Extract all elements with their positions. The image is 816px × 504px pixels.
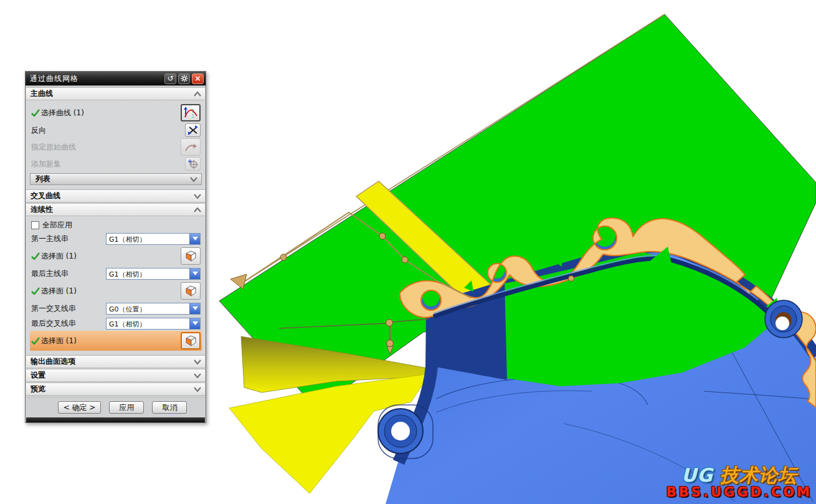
chevron-down-icon [192,358,202,366]
last-cross-label: 最后交叉线串 [31,318,106,329]
section-label: 主曲线 [31,88,192,99]
gear-icon[interactable] [178,74,190,84]
select-curve-button[interactable] [181,104,201,121]
section-header-main-curve[interactable]: 主曲线 [26,87,205,100]
add-new-set-button[interactable] [185,157,201,171]
main-curve-group: 选择曲线 (1) 反向 [26,100,205,189]
dialog-button-row: < 确定 > 应用 取消 [26,397,205,417]
select-face-3-row[interactable]: 选择面 (1) [30,331,202,351]
section-label: 预览 [31,384,192,394]
through-curve-mesh-dialog: 通过曲线网格 ↺ × 主曲线 选择曲线 (1) [25,71,206,423]
chevron-up-icon [192,206,202,214]
drag-ball [387,340,394,347]
dropdown-value: G1（相切） [107,269,189,279]
check-icon [31,109,41,116]
section-header-preview[interactable]: 预览 [26,383,205,396]
chevron-down-icon [192,372,202,379]
chevron-up-icon [192,90,202,98]
boss-right[interactable] [765,300,802,338]
section-header-output-options[interactable]: 输出曲面选项 [26,355,205,368]
section-header-cross-curve[interactable]: 交叉曲线 [26,189,205,202]
select-face-2-label: 选择面 (1) [41,286,181,297]
first-primary-label: 第一主线串 [31,234,106,244]
drag-ball [386,320,393,326]
chevron-down-icon [189,176,199,183]
specify-origin-curve-label: 指定原始曲线 [31,142,181,153]
select-curve-label: 选择曲线 (1) [41,108,181,118]
check-icon [31,252,41,260]
face-cube-icon [184,249,197,263]
list-expander[interactable]: 列表 [30,173,202,185]
select-face-3-button[interactable] [181,332,201,349]
select-face-1-button[interactable] [181,247,201,265]
origin-curve-icon [184,142,197,152]
section-label: 交叉曲线 [31,191,192,201]
last-primary-continuity-select[interactable]: G1（相切） [106,268,201,280]
close-icon[interactable]: × [192,74,204,84]
ok-button[interactable]: < 确定 > [58,401,102,414]
select-face-2-button[interactable] [181,282,201,300]
specify-origin-curve-button[interactable] [181,138,201,156]
apply-all-label: 全部应用 [42,220,201,231]
first-cross-label: 第一交叉线串 [31,303,106,314]
check-icon [31,287,41,295]
section-header-settings[interactable]: 设置 [26,369,205,382]
section-label: 设置 [31,370,192,381]
dropdown-value: G0（位置） [107,303,189,314]
dropdown-value: G1（相切） [107,234,189,244]
last-primary-label: 最后主线串 [31,269,106,279]
face-cube-icon [184,284,197,298]
dialog-resize-strip[interactable] [26,417,205,422]
select-face-3-label: 选择面 (1) [41,336,181,346]
chevron-down-icon [192,386,202,393]
add-new-set-label: 添加新集 [31,159,185,169]
reset-icon[interactable]: ↺ [164,74,176,84]
section-label: 连续性 [31,204,192,215]
last-cross-continuity-select[interactable]: G1（相切） [106,318,201,330]
dropdown-arrow-icon [189,318,200,329]
apply-all-checkbox[interactable] [31,221,39,229]
section-label: 输出曲面选项 [31,356,192,367]
curve-point [379,233,386,239]
chevron-down-icon [192,193,202,200]
apply-button[interactable]: 应用 [109,401,144,414]
curve-select-icon [183,107,198,119]
dropdown-arrow-icon [189,234,200,244]
check-icon [31,337,41,345]
reverse-icon [188,125,198,135]
curve-point [402,257,408,263]
dropdown-arrow-icon [189,269,200,279]
application-window: UG 技术论坛 BBS.UGGD.COM 通过曲线网格 ↺ × 主曲线 [0,0,816,504]
reverse-direction-button[interactable] [185,123,201,137]
first-cross-continuity-select[interactable]: G0（位置） [106,303,201,315]
reverse-label: 反向 [31,125,185,136]
cancel-button[interactable]: 取消 [152,401,187,414]
select-face-1-label: 选择面 (1) [41,251,181,262]
section-header-continuity[interactable]: 连续性 [26,203,205,216]
curve-point [569,276,574,282]
dropdown-value: G1（相切） [107,318,189,329]
curve-point [280,254,287,260]
continuity-group: 全部应用 第一主线串 G1（相切） 选择面 (1) [26,216,205,354]
list-label: 列表 [36,174,189,184]
first-primary-continuity-select[interactable]: G1（相切） [106,233,201,245]
dialog-title: 通过曲线网格 [30,74,163,84]
dialog-titlebar[interactable]: 通过曲线网格 ↺ × [26,72,206,85]
face-cube-icon [184,334,197,348]
dropdown-arrow-icon [189,303,200,314]
add-set-icon [188,159,198,169]
